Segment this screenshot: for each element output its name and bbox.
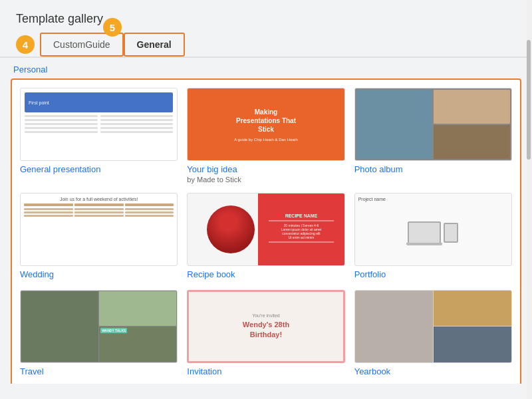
template-item[interactable]: Yearbook <box>354 290 512 378</box>
template-item[interactable]: MakingPresentations ThatStick A guide by… <box>187 88 344 184</box>
content-area: Personal First point <box>0 58 532 384</box>
template-item[interactable]: Join us for a full weekend of activities… <box>20 193 178 281</box>
template-name: Travel <box>20 366 178 378</box>
template-thumb-yearbook <box>354 290 512 363</box>
tabs-row: 4 CustomGuide General 5 <box>0 33 532 58</box>
step-badge-4: 4 <box>16 35 35 54</box>
scrollbar[interactable] <box>527 0 532 399</box>
section-personal: Personal <box>11 58 521 78</box>
template-item[interactable]: WANDY TALKS Travel <box>20 290 178 378</box>
template-thumb-travel: WANDY TALKS <box>20 290 178 363</box>
template-thumb-general: First point <box>20 88 178 161</box>
template-name: Wedding <box>20 269 178 281</box>
template-name: Invitation <box>187 366 344 378</box>
template-item[interactable]: You're invited Wendy's 28thBirthday! Inv… <box>187 290 344 378</box>
template-item[interactable]: Photo album <box>354 88 512 184</box>
template-name: Portfolio <box>354 269 512 281</box>
template-name: Your big idea <box>187 164 344 176</box>
templates-grid: First point <box>20 88 512 378</box>
step-badge-5: 5 <box>103 18 122 37</box>
page-container: Template gallery 4 CustomGuide General 5… <box>0 0 532 399</box>
template-thumb-invitation: You're invited Wendy's 28thBirthday! <box>187 290 344 363</box>
tab-general[interactable]: General <box>124 33 185 57</box>
template-thumb-photo <box>354 88 512 161</box>
gallery-border: First point <box>11 78 521 384</box>
title-bar: Template gallery <box>0 0 532 33</box>
template-name: Photo album <box>354 164 512 176</box>
template-thumb-wedding: Join us for a full weekend of activities… <box>20 193 178 266</box>
template-subname: by Made to Stick <box>187 176 344 184</box>
tabs-container: CustomGuide General 5 <box>40 33 185 57</box>
template-name: Yearbook <box>354 366 512 378</box>
template-name: General presentation <box>20 164 178 176</box>
template-name: Recipe book <box>187 269 344 281</box>
template-item[interactable]: First point <box>20 88 178 184</box>
template-thumb-portfolio: Project name <box>354 193 512 266</box>
page-title: Template gallery <box>16 12 516 26</box>
template-item[interactable]: Project name Portfolio <box>354 193 512 281</box>
scrollbar-thumb[interactable] <box>527 40 531 160</box>
template-thumb-recipe: RECIPE NAME 20 minutes | Serves 4-6Lorem… <box>187 193 344 266</box>
template-item[interactable]: RECIPE NAME 20 minutes | Serves 4-6Lorem… <box>187 193 344 281</box>
template-thumb-bigidea: MakingPresentations ThatStick A guide by… <box>187 88 344 161</box>
